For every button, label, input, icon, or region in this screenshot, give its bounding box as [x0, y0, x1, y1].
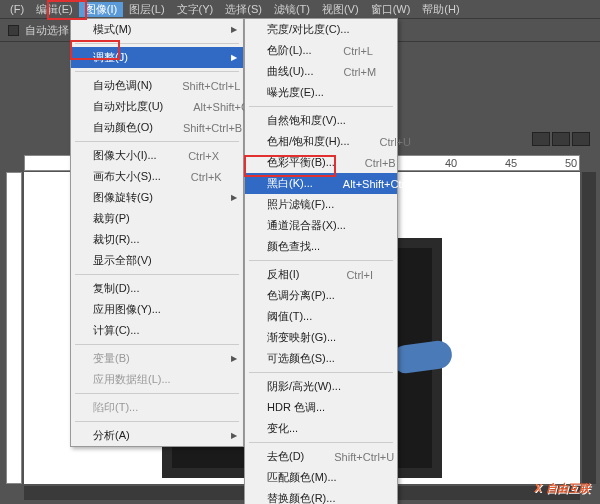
menu-item-label: 调整(J) — [93, 50, 128, 65]
menu-item-label: 计算(C)... — [93, 323, 139, 338]
minimize-button[interactable] — [532, 132, 550, 146]
menu-item-shortcut: Ctrl+U — [380, 136, 411, 148]
menu-1[interactable]: 编辑(E) — [30, 2, 79, 17]
autoselect-label: 自动选择: — [25, 23, 72, 38]
menu-item-label: 自动色调(N) — [93, 78, 152, 93]
menu-item-label: 裁切(R)... — [93, 232, 139, 247]
menu-8[interactable]: 窗口(W) — [365, 2, 417, 17]
menu1-item-24[interactable]: 分析(A) — [71, 425, 243, 446]
menu1-item-19: 变量(B) — [71, 348, 243, 369]
menu-item-label: 照片滤镜(F)... — [267, 197, 334, 212]
menu-item-label: 变量(B) — [93, 351, 130, 366]
menu-3[interactable]: 图层(L) — [123, 2, 170, 17]
menu-item-label: 图像旋转(G) — [93, 190, 153, 205]
menu-item-label: HDR 色调... — [267, 400, 325, 415]
menu1-item-8[interactable]: 图像大小(I)...Ctrl+X — [71, 145, 243, 166]
menu-item-shortcut: Ctrl+M — [343, 66, 376, 78]
autoselect-checkbox[interactable] — [8, 25, 19, 36]
menu-item-label: 复制(D)... — [93, 281, 139, 296]
menu2-item-14[interactable]: 色调分离(P)... — [245, 285, 397, 306]
menu2-item-25[interactable]: 替换颜色(R)... — [245, 488, 397, 504]
menu-item-label: 陷印(T)... — [93, 400, 138, 415]
menu2-item-3[interactable]: 曝光度(E)... — [245, 82, 397, 103]
menu-item-shortcut: Alt+Shift+Ctrl+B — [343, 178, 422, 190]
menu-item-label: 图像大小(I)... — [93, 148, 157, 163]
menu2-item-0[interactable]: 亮度/对比度(C)... — [245, 19, 397, 40]
menu2-item-19[interactable]: 阴影/高光(W)... — [245, 376, 397, 397]
menu-item-label: 阴影/高光(W)... — [267, 379, 341, 394]
menu-5[interactable]: 选择(S) — [219, 2, 268, 17]
menu1-item-20: 应用数据组(L)... — [71, 369, 243, 390]
menu-item-label: 变化... — [267, 421, 298, 436]
menu-item-label: 匹配颜色(M)... — [267, 470, 337, 485]
menu-item-label: 色相/饱和度(H)... — [267, 134, 350, 149]
menu1-item-10[interactable]: 图像旋转(G) — [71, 187, 243, 208]
menu-item-shortcut: Shift+Ctrl+B — [183, 122, 242, 134]
menu-item-label: 自动对比度(U) — [93, 99, 163, 114]
menu1-item-2[interactable]: 调整(J) — [71, 47, 243, 68]
menu2-item-7[interactable]: 色彩平衡(B)...Ctrl+B — [245, 152, 397, 173]
menu-item-label: 色彩平衡(B)... — [267, 155, 335, 170]
menu-item-label: 模式(M) — [93, 22, 132, 37]
menu-item-label: 显示全部(V) — [93, 253, 152, 268]
menu1-item-5[interactable]: 自动对比度(U)Alt+Shift+Ctrl+L — [71, 96, 243, 117]
menu-item-label: 可选颜色(S)... — [267, 351, 335, 366]
menu2-item-11[interactable]: 颜色查找... — [245, 236, 397, 257]
menu-item-label: 画布大小(S)... — [93, 169, 161, 184]
menu-item-label: 通道混合器(X)... — [267, 218, 346, 233]
menu-item-label: 颜色查找... — [267, 239, 320, 254]
menu1-item-0[interactable]: 模式(M) — [71, 19, 243, 40]
menu-item-label: 曲线(U)... — [267, 64, 313, 79]
menu-6[interactable]: 滤镜(T) — [268, 2, 316, 17]
menu-item-label: 替换颜色(R)... — [267, 491, 335, 504]
menu-item-shortcut: Ctrl+K — [191, 171, 222, 183]
menu-7[interactable]: 视图(V) — [316, 2, 365, 17]
menu-item-label: 色调分离(P)... — [267, 288, 335, 303]
menu-item-label: 自动颜色(O) — [93, 120, 153, 135]
menu-item-shortcut: Ctrl+L — [343, 45, 373, 57]
menu2-item-13[interactable]: 反相(I)Ctrl+I — [245, 264, 397, 285]
menu-item-shortcut: Shift+Ctrl+U — [334, 451, 394, 463]
menu2-item-6[interactable]: 色相/饱和度(H)...Ctrl+U — [245, 131, 397, 152]
menu2-item-9[interactable]: 照片滤镜(F)... — [245, 194, 397, 215]
menu-item-label: 自然饱和度(V)... — [267, 113, 346, 128]
menu2-item-17[interactable]: 可选颜色(S)... — [245, 348, 397, 369]
menu1-item-4[interactable]: 自动色调(N)Shift+Ctrl+L — [71, 75, 243, 96]
menu-item-label: 黑白(K)... — [267, 176, 313, 191]
menu1-item-13[interactable]: 显示全部(V) — [71, 250, 243, 271]
menu2-item-2[interactable]: 曲线(U)...Ctrl+M — [245, 61, 397, 82]
close-button[interactable] — [572, 132, 590, 146]
menu2-item-23[interactable]: 去色(D)Shift+Ctrl+U — [245, 446, 397, 467]
menu2-item-5[interactable]: 自然饱和度(V)... — [245, 110, 397, 131]
menu1-item-15[interactable]: 复制(D)... — [71, 278, 243, 299]
menu2-item-24[interactable]: 匹配颜色(M)... — [245, 467, 397, 488]
image-menu: 模式(M)调整(J)自动色调(N)Shift+Ctrl+L自动对比度(U)Alt… — [70, 18, 244, 447]
menu2-item-10[interactable]: 通道混合器(X)... — [245, 215, 397, 236]
menu-item-shortcut: Ctrl+X — [188, 150, 219, 162]
menu1-item-17[interactable]: 计算(C)... — [71, 320, 243, 341]
menu2-item-8[interactable]: 黑白(K)...Alt+Shift+Ctrl+B — [245, 173, 397, 194]
menu2-item-15[interactable]: 阈值(T)... — [245, 306, 397, 327]
maximize-button[interactable] — [552, 132, 570, 146]
menu1-item-16[interactable]: 应用图像(Y)... — [71, 299, 243, 320]
menu1-item-12[interactable]: 裁切(R)... — [71, 229, 243, 250]
menu-item-label: 应用图像(Y)... — [93, 302, 161, 317]
menu1-item-6[interactable]: 自动颜色(O)Shift+Ctrl+B — [71, 117, 243, 138]
menubar: (F)编辑(E)图像(I)图层(L)文字(Y)选择(S)滤镜(T)视图(V)窗口… — [0, 0, 600, 18]
menu-item-label: 应用数据组(L)... — [93, 372, 171, 387]
menu2-item-21[interactable]: 变化... — [245, 418, 397, 439]
menu2-item-16[interactable]: 渐变映射(G)... — [245, 327, 397, 348]
menu-2[interactable]: 图像(I) — [79, 2, 123, 17]
ruler-vertical — [6, 172, 22, 484]
menu-0[interactable]: (F) — [4, 3, 30, 15]
menu-item-label: 去色(D) — [267, 449, 304, 464]
menu1-item-11[interactable]: 裁剪(P) — [71, 208, 243, 229]
menu1-item-22: 陷印(T)... — [71, 397, 243, 418]
menu2-item-20[interactable]: HDR 色调... — [245, 397, 397, 418]
menu-9[interactable]: 帮助(H) — [416, 2, 465, 17]
menu-4[interactable]: 文字(Y) — [171, 2, 220, 17]
scrollbar-vertical[interactable] — [582, 172, 596, 484]
menu1-item-9[interactable]: 画布大小(S)...Ctrl+K — [71, 166, 243, 187]
menu2-item-1[interactable]: 色阶(L)...Ctrl+L — [245, 40, 397, 61]
menu-item-label: 裁剪(P) — [93, 211, 130, 226]
